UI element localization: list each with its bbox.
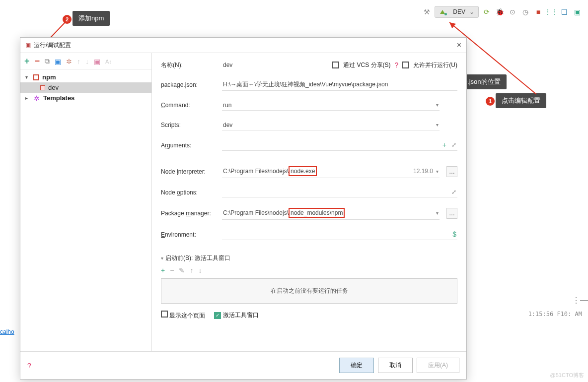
move-down-button[interactable]: ↓ <box>85 58 89 65</box>
node-options-field[interactable]: ⤢ <box>222 187 457 197</box>
pkgjson-label: package.json: <box>161 81 218 88</box>
pkgjson-row: package.json: H:\→桌面←\学无止境\狂神视频_idea\Vue… <box>161 79 457 91</box>
node-interpreter-field[interactable]: C:\Program Files\nodejs\node.exe 12.19.0… <box>222 165 440 178</box>
gear-icon: ✲ <box>33 95 40 102</box>
stop-icon[interactable]: ■ <box>533 7 543 17</box>
chevron-down-icon: ▾ <box>25 74 30 80</box>
save-config-button[interactable]: ▣ <box>55 58 61 65</box>
name-row: 名称(N): dev 通过 VCS 分享(S) ? 允许并行运行(U) <box>161 60 457 70</box>
remove-config-button[interactable]: − <box>35 56 40 66</box>
insert-macro-button[interactable]: + <box>442 141 446 149</box>
profiler-icon[interactable]: ◷ <box>520 7 530 17</box>
scripts-label: Scripts: <box>161 122 218 128</box>
dialog-titlebar: ▣运行/调试配置 × <box>20 38 466 53</box>
share-vcs-checkbox[interactable] <box>332 62 339 68</box>
options-row: 显示这个页面 ✓ 激活工具窗口 <box>161 311 457 320</box>
before-launch-header: 启动前(B): 激活工具窗口 <box>165 255 230 261</box>
pkgjson-field[interactable]: H:\→桌面←\学无止境\狂神视频_idea\Vue\myvue\package… <box>222 79 457 91</box>
show-page-checkbox[interactable] <box>161 311 168 318</box>
browse-button[interactable]: … <box>446 208 457 219</box>
activate-window-label: 激活工具窗口 <box>223 312 259 318</box>
command-select[interactable]: run▾ <box>222 100 440 111</box>
minimize-icon[interactable]: — <box>580 296 588 305</box>
arguments-field[interactable]: +⤢ <box>222 139 457 151</box>
chevron-down-icon: ▾ <box>436 102 439 108</box>
expand-icon[interactable]: ⤢ <box>451 189 456 195</box>
before-launch-toolbar: + − ✎ ↑ ↓ <box>161 265 457 278</box>
tree-node-templates-label: Templates <box>43 94 74 102</box>
reload-icon[interactable]: ⟳ <box>482 7 492 17</box>
tree-node-dev[interactable]: dev <box>20 82 151 93</box>
chevron-down-icon: ▾ <box>436 122 439 127</box>
settings-button[interactable]: ✲ <box>66 58 72 65</box>
show-page-label: 显示这个页面 <box>169 312 205 319</box>
chevron-down-icon[interactable]: ▾ <box>161 255 163 261</box>
expand-icon[interactable]: ⤢ <box>451 141 456 148</box>
clock-text: 1:15:56 F10: AM <box>528 311 582 318</box>
environment-row: Environment: $ <box>161 229 457 240</box>
chevron-down-icon: ▾ <box>436 210 439 216</box>
run-debug-config-dialog: ▣运行/调试配置 × + − ⧉ ▣ ✲ ↑ ↓ ▣ A↕ ▾ npm <box>20 37 467 380</box>
package-manager-field[interactable]: C:\Program Files\nodejs\node_modules\npm… <box>222 206 440 220</box>
config-form: 名称(N): dev 通过 VCS 分享(S) ? 允许并行运行(U) pack… <box>152 53 466 351</box>
help-icon[interactable]: ? <box>27 362 31 370</box>
add-task-button[interactable]: + <box>161 266 165 274</box>
chevron-right-icon: ▸ <box>25 95 30 101</box>
environment-field[interactable]: $ <box>222 229 457 240</box>
command-row: Command: run▾ <box>161 100 457 111</box>
chevron-down-icon: ▾ <box>436 169 439 174</box>
npm-path-highlight: node_modules\npm <box>289 208 345 218</box>
more-icon[interactable]: ⋮ <box>572 296 580 305</box>
chevron-down-icon: ⌄ <box>469 8 474 15</box>
node-version: 12.19.0 <box>413 168 433 175</box>
coverage-icon[interactable]: ⊙ <box>508 7 517 17</box>
sort-button[interactable]: A↕ <box>105 59 112 64</box>
env-vars-button[interactable]: $ <box>452 230 456 238</box>
ok-button[interactable]: 确定 <box>339 358 374 373</box>
build-icon[interactable]: ⚒ <box>422 7 432 17</box>
copy-config-button[interactable]: ⧉ <box>45 57 50 65</box>
status-dot-icon <box>444 13 447 15</box>
move-up-button[interactable]: ↑ <box>190 266 193 274</box>
move-down-button[interactable]: ↓ <box>198 266 202 274</box>
tree-node-dev-label: dev <box>48 84 59 91</box>
browse-button[interactable]: … <box>446 166 457 177</box>
add-config-button[interactable]: + <box>24 56 30 66</box>
config-tree-panel: + − ⧉ ▣ ✲ ↑ ↓ ▣ A↕ ▾ npm dev <box>20 53 152 351</box>
terminal-icon[interactable]: ▣ <box>572 7 582 17</box>
parallel-label: 允许并行运行(U) <box>413 61 457 69</box>
tree-node-npm[interactable]: ▾ npm <box>20 72 151 82</box>
help-icon[interactable]: ? <box>395 61 399 69</box>
search-icon[interactable]: ❏ <box>559 7 569 17</box>
move-up-button[interactable]: ↑ <box>77 58 80 65</box>
edit-task-button[interactable]: ✎ <box>179 266 185 274</box>
share-vcs-label: 通过 VCS 分享(S) <box>343 61 390 69</box>
npm-icon <box>33 74 39 80</box>
url-fragment: calho <box>0 328 14 335</box>
close-icon[interactable]: × <box>457 41 461 50</box>
bug-icon[interactable]: 🐞 <box>495 7 505 17</box>
watermark: @51CTO博客 <box>550 372 584 379</box>
parallel-checkbox[interactable] <box>402 62 409 68</box>
run-config-selector[interactable]: DEV ⌄ <box>435 6 479 18</box>
no-tasks-message: 在启动之前没有要运行的任务 <box>161 278 457 304</box>
activate-window-checkbox[interactable]: ✓ <box>214 312 221 319</box>
dialog-footer: ? 确定 取消 应用(A) <box>20 351 466 379</box>
scripts-select[interactable]: dev▾ <box>222 120 440 130</box>
apply-button[interactable]: 应用(A) <box>417 358 459 373</box>
annotation-2: 添加npm <box>73 11 110 26</box>
run-config-label: DEV <box>453 8 465 15</box>
arguments-row: Arguments: +⤢ <box>161 139 457 151</box>
tree-node-templates[interactable]: ▸ ✲ Templates <box>20 93 151 103</box>
cancel-button[interactable]: 取消 <box>378 358 413 373</box>
tree-toolbar: + − ⧉ ▣ ✲ ↑ ↓ ▣ A↕ <box>20 53 151 70</box>
npm-script-icon <box>40 85 45 90</box>
tree-node-npm-label: npm <box>42 73 56 81</box>
name-label: 名称(N): <box>161 61 218 69</box>
remove-task-button[interactable]: − <box>170 266 174 274</box>
grid-icon[interactable]: ⋮⋮ <box>546 7 556 17</box>
config-tree: ▾ npm dev ▸ ✲ Templates <box>20 70 151 105</box>
scripts-row: Scripts: dev▾ <box>161 120 457 130</box>
name-value[interactable]: dev <box>222 60 252 70</box>
folder-button[interactable]: ▣ <box>94 58 100 65</box>
